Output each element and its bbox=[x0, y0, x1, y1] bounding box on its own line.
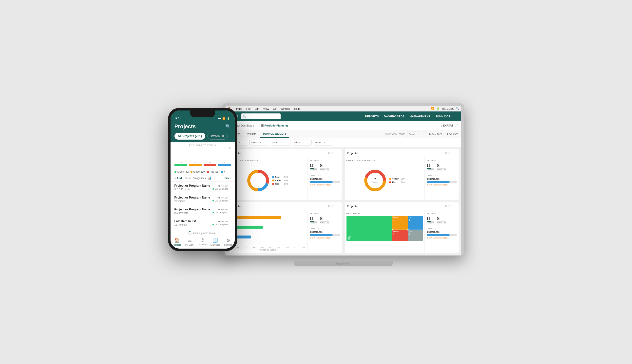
dashboards-nav[interactable]: DASHBOARDS bbox=[384, 115, 404, 118]
reports-nav[interactable]: REPORTS bbox=[365, 115, 379, 118]
go-menu[interactable]: Go bbox=[273, 107, 277, 110]
lessons-metric-bar: 18↓ Lessons bbox=[310, 216, 317, 224]
iphone-bottom-nav: 🏠 Projects ☰ My Work ⏱ Timesheet 🧾 Expen… bbox=[171, 236, 235, 248]
macos-status-right: 📶 🔋 Thu 21:56 🔍 bbox=[431, 107, 459, 110]
management-nav[interactable]: MANAGEMENT bbox=[409, 115, 430, 118]
chart-icon[interactable]: 📊 bbox=[208, 176, 212, 180]
chevron-down-icon: ▾ bbox=[239, 141, 246, 144]
export-button[interactable]: ↓ EXPORT bbox=[441, 124, 453, 127]
actionlog-label-bar: Action Log bbox=[320, 222, 329, 224]
widget-country-right-header: Projects ⚙ ⛶ ··· bbox=[344, 202, 459, 210]
treemap-cell-ireland: Ireland7 bbox=[392, 216, 408, 230]
settings-nav-icon: ⚙ bbox=[226, 238, 230, 243]
complete-badge: 0% Complete bbox=[213, 223, 228, 226]
more-nav[interactable]: ... bbox=[455, 115, 458, 118]
details-metrics-right: 18↓ Lessons 0↑ Action Log bbox=[427, 164, 457, 171]
view-select[interactable]: Select... ▾ bbox=[407, 131, 427, 137]
mywork-nav-icon: ☰ bbox=[188, 238, 192, 243]
iphone-time: 9:41 bbox=[176, 117, 181, 120]
lessons-label-bar: Lessons bbox=[310, 222, 317, 224]
actionlog-value-bar: 0↑ bbox=[320, 216, 329, 220]
iphone-tab-all-projects[interactable]: All Projects (791) bbox=[175, 133, 205, 140]
financials-values-country: 8,502/11,200 bbox=[427, 231, 457, 233]
save-view-button[interactable]: SAVE VIEW bbox=[385, 133, 397, 136]
donut-chart-right: 2Projects bbox=[364, 170, 386, 192]
widget-kpi-left-body: PROJECTS BY KPI STATUS bbox=[228, 157, 342, 200]
financials-bar-bar bbox=[310, 234, 340, 236]
iphone-filter-tabs: All Projects (791) Watchlist bbox=[171, 133, 235, 142]
expand-button[interactable]: ⛶ bbox=[449, 152, 452, 155]
status-dot bbox=[218, 209, 220, 210]
details-metrics-country: 18↓ Lessons 0↑ Action Log bbox=[427, 216, 457, 224]
user-nav[interactable]: JOHN DOE bbox=[435, 115, 450, 118]
app-header: 🏠 ▤ 🔍 REPORTS DASHBOARDS MANAGEMENT JOHN… bbox=[225, 112, 461, 121]
gear-button[interactable]: ⚙ bbox=[328, 204, 331, 208]
edit-menu[interactable]: Edit bbox=[254, 107, 259, 110]
chevron-down-icon: ▾ bbox=[418, 133, 425, 135]
treemap-cell-uk: UK5 bbox=[408, 216, 423, 230]
item-title: Project or Program Name bbox=[175, 196, 213, 199]
subtab-manage-widgets[interactable]: MANAGE WIDGETS bbox=[260, 130, 289, 138]
iphone-notch bbox=[190, 110, 215, 118]
legend-dot-red bbox=[207, 171, 209, 173]
list-item-last[interactable]: Last item in list 12 Projects Not Set 0%… bbox=[171, 217, 235, 229]
filter-select-2[interactable]: Select... ▾ bbox=[250, 140, 269, 146]
nav-item-timesheet[interactable]: ⏱ Timesheet bbox=[196, 238, 209, 246]
nav-item-expenses[interactable]: 🧾 Expenses bbox=[209, 238, 222, 246]
details-title-country: DETAILS bbox=[427, 212, 457, 214]
gear-button[interactable]: ⚙ bbox=[445, 152, 448, 155]
bar-red bbox=[204, 164, 216, 166]
file-menu[interactable]: File bbox=[246, 107, 251, 110]
status-badge: Not Set bbox=[218, 208, 228, 211]
donut-chart bbox=[247, 170, 269, 192]
iphone-tab-watchlist[interactable]: Watchlist bbox=[207, 133, 228, 140]
iphone-add-button[interactable]: + Add bbox=[175, 176, 182, 180]
details-title-right: DETAILS bbox=[427, 159, 457, 162]
iphone-view-select[interactable]: Navigation ▾ bbox=[193, 177, 206, 180]
financials-values: 8,502/11,200 bbox=[310, 178, 340, 180]
financials-section-country: FINANCIALS 8,502/11,200 ⚠ 1 Project over… bbox=[427, 226, 457, 239]
lessons-label-right: Lessons bbox=[427, 169, 434, 171]
expand-button[interactable]: ⛶ bbox=[332, 204, 335, 208]
signal-icon: ▪▪▪ bbox=[218, 117, 221, 120]
gear-button[interactable]: ⚙ bbox=[328, 152, 331, 155]
tab-portfolio-planning[interactable]: Portfolio Planning bbox=[258, 121, 291, 130]
more-options-button[interactable]: ··· bbox=[337, 151, 340, 155]
view-menu[interactable]: View bbox=[263, 107, 269, 110]
list-item[interactable]: Project or Program Name 2 Projects Not S… bbox=[171, 193, 235, 205]
legend-label: Red bbox=[392, 181, 396, 184]
budget-warning-text: 1 Project over budget bbox=[312, 237, 331, 239]
filter-select-5[interactable]: Select... ▾ bbox=[313, 140, 333, 146]
nav-item-mywork[interactable]: ☰ My Work bbox=[183, 238, 196, 246]
iphone-search-button[interactable]: 🔍 bbox=[225, 124, 231, 129]
search-bar[interactable]: 🔍 bbox=[241, 114, 281, 119]
tabs-bar: Project Dashboard Portfolio Planning ↓ E… bbox=[225, 121, 461, 130]
expand-button[interactable]: ⛶ bbox=[449, 204, 452, 208]
window-menu[interactable]: Window bbox=[281, 107, 290, 110]
projects-nav-icon: 🏠 bbox=[174, 238, 180, 243]
details-metrics: 18↓ Lessons 0↑ Action Log bbox=[310, 164, 340, 171]
expand-button[interactable]: ⛶ bbox=[455, 124, 458, 128]
list-item[interactable]: Project or Program Name 999 Projects Not… bbox=[171, 205, 235, 217]
gear-button[interactable]: ⚙ bbox=[445, 204, 448, 208]
sub-tabs-right: SAVE VIEW View: Select... ▾ 14 Feb, 2020… bbox=[385, 131, 458, 137]
lessons-label: Lessons bbox=[310, 169, 317, 171]
bar-fill-1 bbox=[230, 216, 281, 219]
app-nav: REPORTS DASHBOARDS MANAGEMENT JOHN DOE .… bbox=[365, 115, 458, 118]
search-icon[interactable]: 🔍 bbox=[456, 107, 459, 110]
bar-chart-area: 0100200300400500600700800900 NUMBER OF U… bbox=[228, 210, 307, 253]
filter-select-3[interactable]: Select... ▾ bbox=[271, 140, 290, 146]
subtab-widgets[interactable]: Widgets bbox=[244, 130, 259, 138]
nav-item-settings[interactable]: ⚙ Settings bbox=[222, 238, 235, 246]
filter-select-4[interactable]: Select... ▾ bbox=[292, 140, 312, 146]
list-item[interactable]: Project or Program Name 3,781 Projects N… bbox=[171, 182, 235, 193]
nav-item-projects[interactable]: 🏠 Projects bbox=[171, 238, 183, 246]
iphone-filter-button[interactable]: Filter bbox=[225, 177, 231, 180]
legend-dot-blue bbox=[272, 176, 274, 178]
more-options-button[interactable]: ··· bbox=[454, 204, 456, 208]
expand-button[interactable]: ⛶ bbox=[332, 152, 335, 155]
legend-label: Yellow bbox=[392, 178, 399, 180]
more-options-button[interactable]: ··· bbox=[454, 151, 456, 155]
more-options-button[interactable]: ··· bbox=[337, 204, 340, 208]
help-menu[interactable]: Help bbox=[294, 107, 300, 110]
